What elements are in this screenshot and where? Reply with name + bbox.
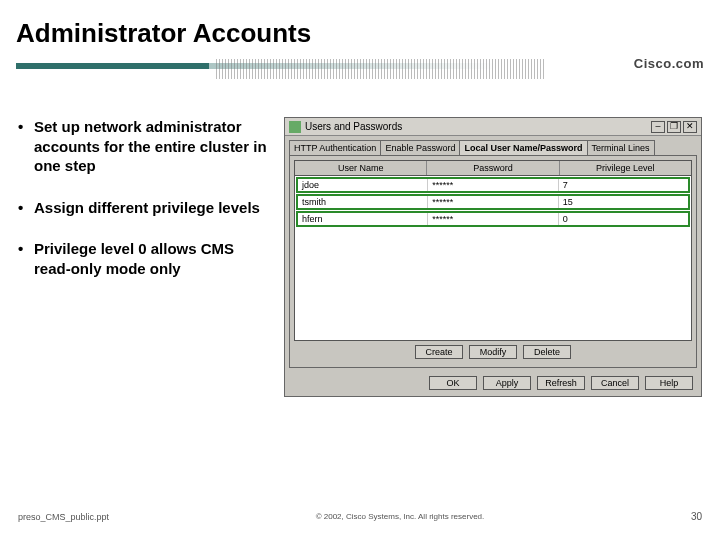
cell-password: ****** <box>428 179 558 191</box>
brand-logo: Cisco.com <box>634 56 704 71</box>
bullet-list: Set up network administrator accounts fo… <box>18 117 270 397</box>
ok-button[interactable]: OK <box>429 376 477 390</box>
delete-button[interactable]: Delete <box>523 345 571 359</box>
cell-privilege: 7 <box>559 179 688 191</box>
cell-username: jdoe <box>298 179 428 191</box>
dialog-titlebar[interactable]: Users and Passwords – ❐ ✕ <box>285 118 701 136</box>
apply-button[interactable]: Apply <box>483 376 531 390</box>
column-password: Password <box>427 161 559 175</box>
slide-title: Administrator Accounts <box>0 0 720 57</box>
dialog-button-row: OK Apply Refresh Cancel Help <box>285 372 701 396</box>
refresh-button[interactable]: Refresh <box>537 376 585 390</box>
divider-rule <box>16 57 704 87</box>
dialog-title: Users and Passwords <box>305 121 402 132</box>
slide-footer: preso_CMS_public.ppt © 2002, Cisco Syste… <box>0 511 720 522</box>
users-passwords-dialog: Users and Passwords – ❐ ✕ HTTP Authentic… <box>284 117 702 397</box>
panel-button-row: Create Modify Delete <box>294 341 692 363</box>
cell-username: hfern <box>298 213 428 225</box>
bullet-item: Privilege level 0 allows CMS read-only m… <box>18 239 270 278</box>
maximize-button[interactable]: ❐ <box>667 121 681 133</box>
table-row[interactable]: hfern ****** 0 <box>296 211 690 227</box>
bullet-item: Assign different privilege levels <box>18 198 270 218</box>
tab-terminal-lines[interactable]: Terminal Lines <box>587 140 655 155</box>
column-username: User Name <box>295 161 427 175</box>
cell-password: ****** <box>428 213 558 225</box>
dialog-icon <box>289 121 301 133</box>
footer-pagenum: 30 <box>691 511 702 522</box>
tab-http-auth[interactable]: HTTP Authentication <box>289 140 381 155</box>
modify-button[interactable]: Modify <box>469 345 517 359</box>
column-privilege: Privilege Level <box>560 161 691 175</box>
tabstrip: HTTP Authentication Enable Password Loca… <box>285 136 701 155</box>
create-button[interactable]: Create <box>415 345 463 359</box>
footer-filename: preso_CMS_public.ppt <box>18 512 109 522</box>
tab-enable-password[interactable]: Enable Password <box>380 140 460 155</box>
cell-password: ****** <box>428 196 558 208</box>
cell-privilege: 0 <box>559 213 688 225</box>
cell-privilege: 15 <box>559 196 688 208</box>
tab-local-user[interactable]: Local User Name/Password <box>459 140 587 155</box>
table-row[interactable]: tsmith ****** 15 <box>296 194 690 210</box>
cancel-button[interactable]: Cancel <box>591 376 639 390</box>
footer-copyright: © 2002, Cisco Systems, Inc. All rights r… <box>109 512 691 521</box>
cell-username: tsmith <box>298 196 428 208</box>
tab-panel-local-user: User Name Password Privilege Level jdoe … <box>289 155 697 368</box>
bullet-item: Set up network administrator accounts fo… <box>18 117 270 176</box>
close-button[interactable]: ✕ <box>683 121 697 133</box>
minimize-button[interactable]: – <box>651 121 665 133</box>
grid-body[interactable]: jdoe ****** 7 tsmith ****** 15 hfern ***… <box>294 176 692 341</box>
help-button[interactable]: Help <box>645 376 693 390</box>
grid-header: User Name Password Privilege Level <box>294 160 692 176</box>
table-row[interactable]: jdoe ****** 7 <box>296 177 690 193</box>
